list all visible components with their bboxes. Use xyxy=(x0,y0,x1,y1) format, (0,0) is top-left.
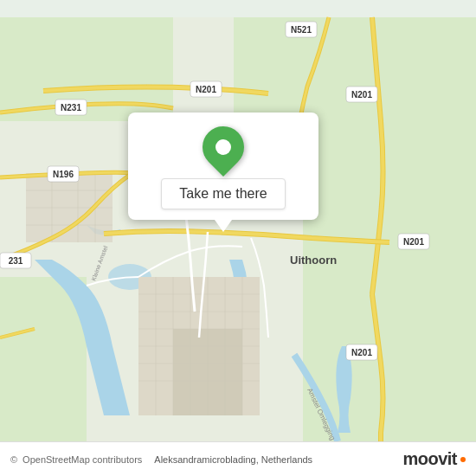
map-container: N201 N231 N521 N201 N196 231 N201 N201 U… xyxy=(0,0,476,476)
location-pin xyxy=(194,118,253,177)
moovit-logo: moovit xyxy=(402,449,466,469)
svg-text:N196: N196 xyxy=(53,170,74,179)
moovit-logo-container: moovit xyxy=(402,449,466,469)
take-me-there-button[interactable]: Take me there xyxy=(161,178,285,209)
svg-text:N201: N201 xyxy=(403,237,424,247)
svg-text:N201: N201 xyxy=(196,85,216,94)
pin-inner xyxy=(215,139,231,155)
svg-text:Uithoorn: Uithoorn xyxy=(290,254,337,267)
svg-text:N521: N521 xyxy=(291,25,312,35)
svg-text:N201: N201 xyxy=(351,90,372,100)
moovit-text: moovit xyxy=(402,449,457,469)
map-bottom-bar: © OpenStreetMap contributors Aleksandram… xyxy=(0,441,476,476)
attribution-text: OpenStreetMap contributors xyxy=(23,454,142,465)
map-popup: Take me there xyxy=(128,113,318,220)
attribution: © OpenStreetMap contributors Aleksandram… xyxy=(10,454,312,465)
moovit-dot xyxy=(460,457,466,462)
copyright-symbol: © xyxy=(10,454,17,465)
svg-text:231: 231 xyxy=(9,256,23,266)
map-svg: N201 N231 N521 N201 N196 231 N201 N201 U… xyxy=(0,0,476,476)
location-label: Aleksandramicroblading, Netherlands xyxy=(154,454,312,465)
svg-text:N201: N201 xyxy=(351,348,372,357)
svg-text:N231: N231 xyxy=(61,103,81,113)
